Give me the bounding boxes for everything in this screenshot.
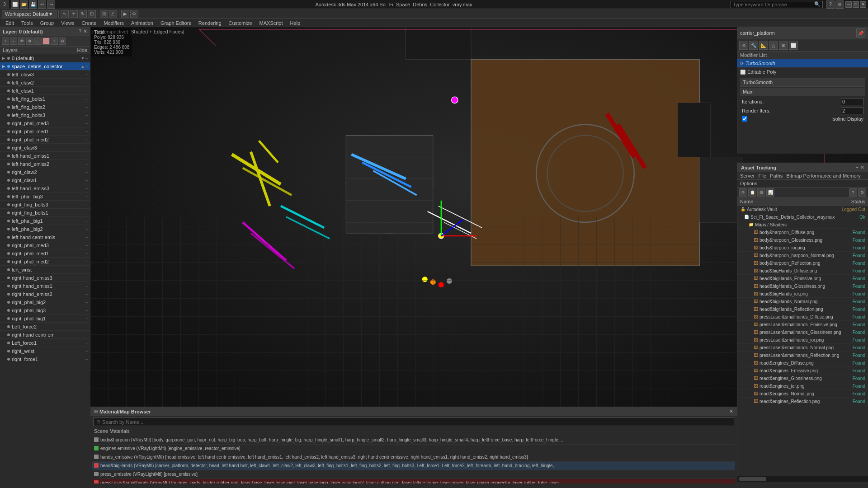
layer-item-right-phal-med2b[interactable]: right_phal_med2 ··· [0, 258, 90, 266]
at-scrollbar-bottom[interactable] [737, 476, 868, 482]
at-item-map-5[interactable]: 🖼 head&bigHands_Diffuse.png Found [737, 267, 868, 275]
at-tb-1[interactable]: ⟳ [739, 188, 747, 197]
menu-animation[interactable]: Animation [127, 19, 157, 27]
at-tb-2[interactable]: 📋 [748, 188, 756, 197]
layer-item-default[interactable]: ▶ 0 (default) ▼ ··· [0, 54, 90, 62]
search-input[interactable] [733, 2, 814, 7]
at-item-map-19[interactable]: 🖼 react&engines_Glossiness.png Found [737, 375, 868, 382]
bp-item-4[interactable]: press_emissive (VRayLightMtl) [press_emi… [92, 470, 735, 479]
layer-item-left-claw1[interactable]: left_claw1 ··· [0, 87, 90, 95]
at-item-map-7[interactable]: 🖼 head&bigHands_Glossiness.png Found [737, 282, 868, 290]
layer-item-right-hand-emiss1[interactable]: right hand_emiss1 ··· [0, 282, 90, 290]
layer-item-right-force1[interactable]: right_force1 ··· [0, 355, 90, 361]
at-item-map-2[interactable]: 🖼 body&harpoon_ior.png Found [737, 244, 868, 252]
render-btn[interactable]: ▶ [121, 10, 129, 18]
at-item-map-22[interactable]: 🖼 react&engines_Reflection.png Found [737, 398, 868, 405]
layer-item-left-fing-bolts2[interactable]: left_fing_bolts2 ··· [0, 103, 90, 111]
minimize-btn[interactable]: ─ [845, 1, 852, 8]
layer-render-btn[interactable]: □ [34, 38, 42, 45]
layer-item-right-phal-big1[interactable]: right_phal_big1 ··· [0, 314, 90, 323]
layer-item-right-phal-big3[interactable]: right_phal_big3 ··· [0, 306, 90, 314]
bp-item-1[interactable]: engines emissive (VRayLightMtl) [engine_… [92, 445, 735, 453]
at-item-map-16[interactable]: 🖼 pressLaser&smallhands_Reflection.png F… [737, 352, 868, 359]
at-item-map-11[interactable]: 🖼 pressLaser&smallhands_Diffuse.png Foun… [737, 313, 868, 321]
at-item-main-file[interactable]: 📄 Sci_Fi_Space_Debris_Collector_vray.max… [737, 213, 868, 221]
search-bar[interactable]: 🔍 [731, 1, 823, 8]
layer-item-left-hand-emiss1[interactable]: left hand_emiss1 ··· [0, 152, 90, 160]
layer-item-right-wrist[interactable]: right_wrist ··· [0, 347, 90, 355]
at-item-map-8[interactable]: 🖼 head&bigHands_ior.png Found [737, 290, 868, 298]
bp-item-0[interactable]: body&harpoon (VRayMtl) [body, garpoone_g… [92, 436, 735, 445]
at-item-map-13[interactable]: 🖼 pressLaser&smallhands_Glossiness.png F… [737, 328, 868, 336]
iterations-input[interactable] [841, 98, 863, 105]
layer-item-left-force2[interactable]: Left_force2 ··· [0, 323, 90, 331]
move-btn[interactable]: ✛ [70, 10, 78, 18]
layer-item-left-fing-bolts3[interactable]: left_fing_bolts3 ··· [0, 111, 90, 119]
bp-item-2[interactable]: hands_emissive (VRayLightMtl) [head emis… [92, 453, 735, 462]
modifier-editable-poly[interactable]: ⬜ Editable Poly [737, 68, 868, 76]
layer-color-btn[interactable] [42, 38, 50, 45]
at-item-map-4[interactable]: 🖼 body&harpoon_Reflection.png Found [737, 259, 868, 267]
layer-item-right-claw2[interactable]: right_claw2 ··· [0, 168, 90, 176]
render-iters-input[interactable] [841, 107, 863, 114]
layer-item-right-hand-emiss2[interactable]: right hand_emiss2 ··· [0, 290, 90, 298]
layer-freeze-btn[interactable]: ❄ [26, 38, 33, 45]
menu-edit[interactable]: Edit [2, 19, 18, 27]
undo-btn[interactable]: ↩ [38, 0, 46, 9]
open-btn[interactable]: 📂 [20, 0, 28, 9]
layer-list[interactable]: ▶ 0 (default) ▼ ··· ▶ space_debris_colle… [0, 54, 90, 361]
layer-item-right-phal-med1[interactable]: right_phal_med1 ··· [0, 127, 90, 136]
layer-item-right-hand-centr[interactable]: right hand centr em ··· [0, 331, 90, 339]
at-item-vault[interactable]: 🔒 Autodesk Vault Logged Out [737, 206, 868, 213]
layer-item-right-claw1[interactable]: right_claw1 ··· [0, 176, 90, 184]
material-browser-search[interactable]: ⊖ [93, 418, 734, 426]
layer-close-btn[interactable]: ✕ [83, 28, 87, 34]
menu-rendering[interactable]: Rendering [195, 19, 225, 27]
snap-btn[interactable]: ⊞ [100, 10, 108, 18]
at-item-map-21[interactable]: 🖼 react&engines_Normal.png Found [737, 390, 868, 398]
isoline-checkbox[interactable] [742, 116, 747, 122]
layer-item-left-phal-big3[interactable]: left_phal_big3 ··· [0, 192, 90, 201]
layer-item-right-phal-med1b[interactable]: right_phal_med1 ··· [0, 249, 90, 258]
layer-item-right-phal-big2[interactable]: right_phal_big2 ··· [0, 298, 90, 306]
mod-tb-6[interactable]: ⬜ [789, 41, 798, 50]
layer-move-btn[interactable]: ↑ [51, 38, 58, 45]
mod-tb-2[interactable]: 🔧 [749, 41, 758, 50]
render-setup-btn[interactable]: ⚙ [130, 10, 138, 18]
layer-add-btn[interactable]: + [2, 38, 9, 45]
layer-item-left-phal-big1[interactable]: left_phal_big1 ··· [0, 217, 90, 225]
layer-item-left-phal-big2[interactable]: left_phal_big2 ··· [0, 225, 90, 233]
at-item-map-14[interactable]: 🖼 pressLaser&smallhands_ior.png Found [737, 336, 868, 344]
at-item-map-15[interactable]: 🖼 pressLaser&smallhands_Normal.png Found [737, 344, 868, 352]
at-menu-paths[interactable]: Paths [770, 173, 783, 178]
menu-group[interactable]: Group [37, 19, 58, 27]
help-search-btn[interactable]: ? [826, 0, 835, 9]
bp-item-5[interactable]: pressLaser&smallhands (VRayMtl) [bumper_… [92, 479, 735, 483]
rotate-btn[interactable]: ↻ [79, 10, 87, 18]
layer-item-left-hand-emiss3[interactable]: left hand_emiss3 ··· [0, 184, 90, 192]
workspace-dropdown[interactable]: Workspace: Default ▼ [2, 10, 57, 18]
mod-tb-3[interactable]: 📐 [759, 41, 768, 50]
menu-views[interactable]: Views [57, 19, 78, 27]
menu-create[interactable]: Create [78, 19, 100, 27]
at-tb-help[interactable]: ? [849, 188, 857, 197]
at-asset-list[interactable]: 🔒 Autodesk Vault Logged Out 📄 Sci_Fi_Spa… [737, 206, 868, 476]
layer-item-right-fing-bolts1[interactable]: right_fing_bolts1 ··· [0, 209, 90, 217]
at-item-map-12[interactable]: 🖼 pressLaser&smallhands_Emissive.png Fou… [737, 321, 868, 328]
maximize-btn[interactable]: □ [853, 1, 859, 8]
layer-item-left-force1[interactable]: Left_force1 ··· [0, 339, 90, 347]
at-item-map-17[interactable]: 🖼 react&engines_Diffuse.png Found [737, 359, 868, 367]
menu-customize[interactable]: Customize [225, 19, 256, 27]
at-minimize-btn[interactable]: − [856, 164, 859, 170]
at-menu-file[interactable]: File [758, 173, 766, 178]
layer-item-lert-wrist[interactable]: lert_wrist ··· [0, 266, 90, 274]
menu-modifiers[interactable]: Modifiers [100, 19, 127, 27]
layer-item-right-phal-med3b[interactable]: right_phal_med3 ··· [0, 241, 90, 249]
layer-item-left-claw2[interactable]: left_claw2 ··· [0, 79, 90, 87]
at-item-map-20[interactable]: 🖼 react&engines_ior.png Found [737, 382, 868, 390]
scale-btn[interactable]: ⊡ [88, 10, 96, 18]
layer-hide-btn[interactable]: 👁 [18, 38, 25, 45]
at-item-map-18[interactable]: 🖼 react&engines_Emissive.png Found [737, 367, 868, 375]
menu-graph-editors[interactable]: Graph Editors [157, 19, 195, 27]
rp-pin-btn[interactable]: 📌 [856, 28, 865, 38]
